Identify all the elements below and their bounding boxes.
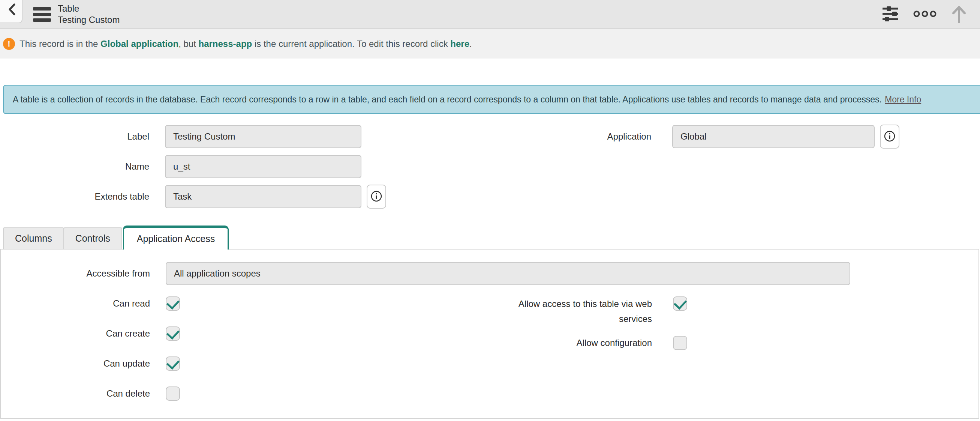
header-actions (882, 5, 980, 24)
access-checkboxes-left: Can read Can create Can update Can delet… (1, 297, 491, 416)
scroll-to-top-button[interactable] (951, 5, 967, 24)
web-services-row: Allow access to this table via web servi… (491, 297, 978, 327)
warning-text-segment: . (469, 39, 472, 49)
edit-here-link[interactable]: here (450, 39, 469, 49)
sliders-icon (882, 6, 899, 23)
allow-configuration-checkbox[interactable] (673, 336, 687, 350)
can-update-row: Can update (1, 356, 491, 371)
label-field-label: Label (0, 131, 165, 142)
form-right-column: Application Global (490, 125, 980, 215)
can-read-label: Can read (1, 298, 166, 309)
global-application-link[interactable]: Global application (100, 39, 178, 49)
tab-application-access[interactable]: Application Access (123, 225, 229, 250)
application-access-panel: Accessible from All application scopes C… (0, 249, 979, 419)
label-input[interactable]: Testing Custom (165, 125, 361, 148)
can-read-row: Can read (1, 297, 491, 311)
name-field-label: Name (0, 161, 165, 172)
page-title: Table Testing Custom (58, 3, 119, 26)
cross-scope-warning: ! This record is in the Global applicati… (0, 29, 980, 59)
form-tabs: Columns Controls Application Access (0, 225, 980, 249)
can-delete-checkbox[interactable] (166, 386, 180, 401)
more-info-link[interactable]: More Info (885, 94, 921, 105)
personalize-form-button[interactable] (882, 6, 899, 23)
can-delete-row: Can delete (1, 386, 491, 401)
accessible-from-row: Accessible from All application scopes (1, 262, 978, 285)
name-input[interactable]: u_st (165, 155, 361, 178)
can-delete-label: Can delete (1, 388, 166, 399)
spacer (0, 59, 980, 85)
application-input[interactable]: Global (672, 125, 875, 148)
more-options-button[interactable] (913, 10, 937, 19)
allow-configuration-label: Allow configuration (491, 338, 673, 348)
can-create-checkbox[interactable] (166, 327, 180, 341)
warning-icon: ! (3, 38, 15, 50)
record-name-label: Testing Custom (58, 14, 119, 26)
application-field-label: Application (490, 131, 672, 142)
form-left-column: Label Testing Custom Name u_st Extends t… (0, 125, 490, 215)
can-update-label: Can update (1, 358, 166, 369)
record-type-label: Table (58, 3, 119, 14)
tab-controls[interactable]: Controls (64, 227, 122, 249)
allow-configuration-row: Allow configuration (491, 336, 978, 350)
table-info-text: A table is a collection of records in th… (13, 94, 882, 105)
label-field-row: Label Testing Custom (0, 125, 490, 148)
three-dots-icon (913, 10, 937, 19)
can-create-row: Can create (1, 327, 491, 341)
name-field-row: Name u_st (0, 155, 490, 178)
record-form: Label Testing Custom Name u_st Extends t… (0, 125, 980, 215)
accessible-from-select[interactable]: All application scopes (166, 262, 850, 285)
extends-table-field-row: Extends table Task (0, 185, 490, 208)
extends-table-label: Extends table (0, 191, 165, 202)
warning-text-segment: This record is in the (19, 39, 100, 49)
warning-text-segment: is the current application. To edit this… (252, 39, 450, 49)
accessible-from-label: Accessible from (1, 268, 166, 279)
back-button[interactable] (0, 0, 22, 23)
application-info-button[interactable] (880, 124, 899, 148)
tab-columns[interactable]: Columns (3, 227, 64, 249)
extends-table-info-button[interactable] (367, 185, 386, 209)
warning-message: This record is in the Global application… (19, 39, 472, 49)
chevron-left-icon (8, 3, 16, 17)
info-circle-icon (371, 190, 382, 203)
harness-app-link[interactable]: harness-app (199, 39, 252, 49)
access-checkboxes: Can read Can create Can update Can delet… (1, 297, 978, 416)
arrow-up-icon (951, 5, 967, 24)
table-info-banner: A table is a collection of records in th… (3, 85, 980, 114)
extends-table-input[interactable]: Task (165, 185, 361, 208)
can-create-label: Can create (1, 329, 166, 339)
can-read-checkbox[interactable] (166, 297, 180, 311)
context-menu-icon[interactable] (33, 7, 51, 22)
web-services-label: Allow access to this table via web servi… (491, 297, 673, 327)
web-services-label-text: Allow access to this table via web servi… (506, 297, 652, 327)
web-services-checkbox[interactable] (673, 297, 687, 311)
can-update-checkbox[interactable] (166, 356, 180, 371)
header-bar: Table Testing Custom (0, 0, 980, 29)
table-record-page: Table Testing Custom (0, 0, 980, 421)
application-field-row: Application Global (490, 125, 980, 148)
access-checkboxes-right: Allow access to this table via web servi… (491, 297, 978, 416)
info-circle-icon (884, 130, 896, 144)
warning-text-segment: , but (178, 39, 198, 49)
